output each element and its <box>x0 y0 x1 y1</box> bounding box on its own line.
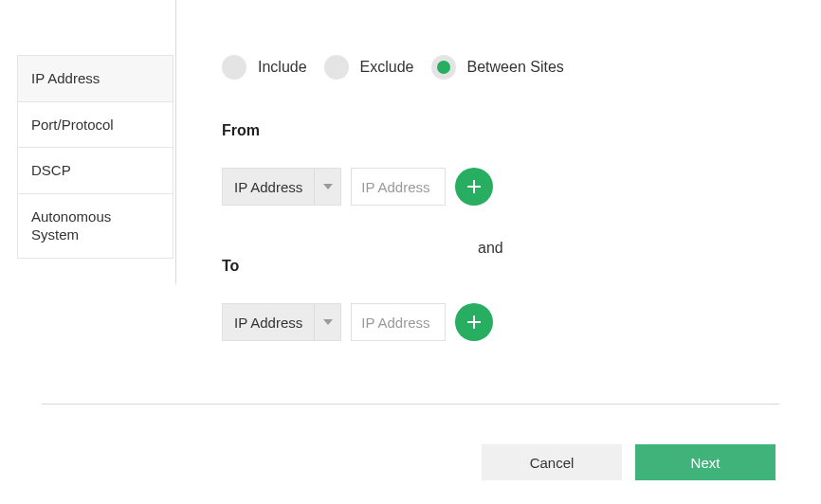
to-add-button[interactable] <box>455 303 493 341</box>
radio-include[interactable]: Include <box>222 55 307 80</box>
sidebar: IP Address Port/Protocol DSCP Autonomous… <box>17 55 173 259</box>
sidebar-item-label: Autonomous System <box>31 208 111 243</box>
plus-icon <box>467 180 481 193</box>
from-heading: From <box>222 122 783 139</box>
sidebar-item-label: Port/Protocol <box>31 117 114 133</box>
connector-and: and <box>478 240 503 257</box>
from-type-select[interactable]: IP Address <box>222 168 341 206</box>
from-row: IP Address <box>222 168 783 206</box>
main-panel: Include Exclude Between Sites From IP Ad… <box>222 55 783 341</box>
radio-icon <box>222 55 246 80</box>
to-heading: To <box>222 258 783 275</box>
radio-exclude[interactable]: Exclude <box>324 55 414 80</box>
sidebar-divider <box>175 0 176 284</box>
radio-label: Include <box>258 59 307 76</box>
chevron-down-icon <box>314 169 340 205</box>
sidebar-item-label: IP Address <box>31 70 100 86</box>
to-row: IP Address <box>222 303 783 341</box>
radio-icon <box>324 55 349 80</box>
sidebar-item-port-protocol[interactable]: Port/Protocol <box>18 101 173 148</box>
to-ip-input[interactable] <box>351 303 446 341</box>
button-label: Next <box>691 455 721 471</box>
chevron-down-icon <box>314 304 340 340</box>
button-label: Cancel <box>530 455 575 471</box>
radio-label: Between Sites <box>467 59 564 76</box>
radio-label: Exclude <box>360 59 414 76</box>
sidebar-item-label: DSCP <box>31 162 71 178</box>
select-label: IP Address <box>223 179 314 195</box>
sidebar-item-autonomous-system[interactable]: Autonomous System <box>18 193 173 258</box>
footer-divider <box>42 404 779 405</box>
from-ip-input[interactable] <box>351 168 446 206</box>
plus-icon <box>467 315 481 329</box>
from-add-button[interactable] <box>455 168 493 206</box>
footer: Cancel Next <box>482 444 775 480</box>
sidebar-item-dscp[interactable]: DSCP <box>18 147 173 193</box>
cancel-button[interactable]: Cancel <box>482 444 622 480</box>
mode-radio-row: Include Exclude Between Sites <box>222 55 783 80</box>
next-button[interactable]: Next <box>635 444 775 480</box>
sidebar-item-ip-address[interactable]: IP Address <box>18 56 173 101</box>
select-label: IP Address <box>223 315 314 331</box>
radio-between-sites[interactable]: Between Sites <box>431 55 564 80</box>
radio-icon <box>431 55 456 80</box>
to-type-select[interactable]: IP Address <box>222 303 341 341</box>
